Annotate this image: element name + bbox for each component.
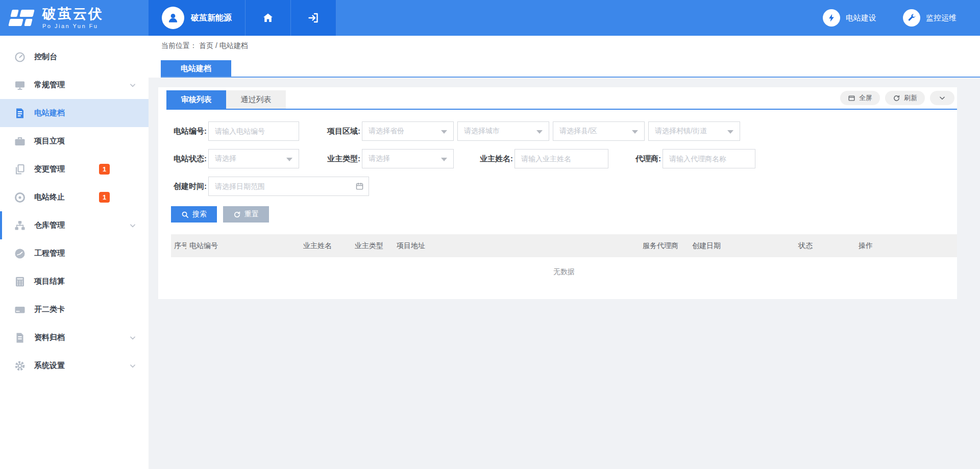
date-range-field [208,177,369,196]
sidebar-item-project-settlement[interactable]: 项目结算 [0,267,149,295]
sidebar-item-label: 电站建档 [34,108,65,118]
lightning-icon [823,9,840,27]
search-icon [181,211,189,218]
create-time-label: 创建时间: [171,182,207,191]
notification-badge: 1 [99,192,110,203]
col-service-agent: 服务代理商 [640,234,689,257]
nav-station-build-label: 电站建设 [846,13,876,23]
sidebar-item-open-type2-card[interactable]: 开二类卡 [0,295,149,324]
file-icon [14,332,26,344]
monitor-icon [14,79,26,91]
sidebar-item-change-mgmt[interactable]: 变更管理 1 [0,155,149,183]
owner-name-label: 业主姓名: [478,154,513,164]
gauge-icon [14,248,26,260]
tab-review-list[interactable]: 审核列表 [166,90,226,109]
reset-icon [233,211,241,218]
breadcrumb: 当前位置： 首页 / 电站建档 [149,36,980,56]
col-actions: 操作 [855,234,957,257]
col-owner-type: 业主类型 [352,234,394,257]
sidebar-item-data-archive[interactable]: 资料归档 [0,324,149,352]
breadcrumb-label: 当前位置： [161,41,197,51]
card-icon [14,304,26,316]
document-icon [14,107,26,119]
sidebar-item-general-mgmt[interactable]: 常规管理 [0,71,149,99]
filter-row-2: 电站状态: 请选择 业主类型: 请选择 业主姓名: 代理商: [171,149,957,168]
brand: 破茧云伏 Po Jian Yun Fu [0,0,149,36]
filter-row-1: 电站编号: 项目区域: 请选择省份 请选择城市 请选择县/区 请选择村镇/街道 [171,121,957,141]
sidebar-item-label: 控制台 [34,52,57,62]
nav-station-build[interactable]: 电站建设 [823,9,876,27]
logout-button[interactable] [291,0,336,36]
fullscreen-button[interactable]: 全屏 [840,91,880,105]
sidebar-item-label: 变更管理 [34,164,65,174]
search-button[interactable]: 搜索 [171,206,217,223]
sidebar-item-label: 系统设置 [34,361,65,371]
record-circle-icon [14,191,26,204]
sidebar-item-console[interactable]: 控制台 [0,43,149,71]
brand-logo-icon [9,8,36,28]
filter-form: 电站编号: 项目区域: 请选择省份 请选择城市 请选择县/区 请选择村镇/街道 … [166,110,957,196]
province-select[interactable]: 请选择省份 [362,121,454,141]
brand-subtitle: Po Jian Yun Fu [42,23,104,29]
avatar-icon [162,7,184,29]
sidebar-item-engineering-mgmt[interactable]: 工程管理 [0,239,149,267]
copy-files-icon [14,163,26,176]
sidebar-item-label: 项目结算 [34,277,65,286]
card-toolbar: 全屏 刷新 [840,91,957,105]
station-no-input[interactable] [208,121,299,141]
owner-name-input[interactable] [514,149,608,168]
date-range-input[interactable] [208,177,369,196]
tenant-name: 破茧新能源 [191,13,232,23]
results-table: 序号 电站编号 业主姓名 业主类型 项目地址 服务代理商 创建日期 状态 操作 [171,234,957,287]
app: 破茧云伏 Po Jian Yun Fu 破茧新能源 [0,0,980,469]
collapse-button[interactable] [930,91,954,105]
briefcase-icon [14,135,26,147]
col-station-no: 电站编号 [186,234,300,257]
brand-title: 破茧云伏 [42,7,104,21]
home-button[interactable] [246,0,291,36]
filter-actions: 搜索 重置 [171,206,957,223]
town-select[interactable]: 请选择村镇/街道 [648,121,740,141]
reset-label: 重置 [244,210,259,219]
page-tab-bar: 电站建档 [149,56,980,78]
breadcrumb-path[interactable]: 首页 / 电站建档 [199,41,248,51]
sidebar-item-station-archive[interactable]: 电站建档 [0,99,149,127]
tab-passed-list[interactable]: 通过列表 [226,90,286,109]
sign-in-icon [307,12,320,24]
empty-state: 无数据 [171,257,957,287]
nav-monitor-ops[interactable]: 监控运维 [903,9,957,27]
header-right-nav: 电站建设 监控运维 [823,0,980,36]
owner-type-label: 业主类型: [326,154,360,164]
sidebar-item-label: 工程管理 [34,249,65,258]
dashboard-icon [14,51,26,63]
sidebar-item-station-terminate[interactable]: 电站终止 1 [0,183,149,211]
list-card: 审核列表 通过列表 全屏 刷新 [158,87,957,299]
chevron-down-icon [129,334,136,341]
brand-text: 破茧云伏 Po Jian Yun Fu [42,7,104,29]
station-no-label: 电站编号: [171,127,207,136]
sidebar-item-label: 开二类卡 [34,305,65,314]
sidebar-item-system-settings[interactable]: 系统设置 [0,352,149,380]
owner-type-select[interactable]: 请选择 [362,149,454,168]
calculator-icon [14,276,26,288]
fullscreen-icon [848,94,855,102]
home-icon [262,12,274,24]
fullscreen-label: 全屏 [859,93,872,103]
sidebar-item-warehouse-mgmt[interactable]: 仓库管理 [0,211,149,239]
sidebar-item-project-initiation[interactable]: 项目立项 [0,127,149,155]
chevron-down-icon [129,362,136,369]
reset-button[interactable]: 重置 [223,206,269,223]
chevron-down-icon [129,222,136,229]
city-select[interactable]: 请选择城市 [457,121,549,141]
refresh-icon [893,94,900,102]
tenant-menu[interactable]: 破茧新能源 [149,0,246,36]
station-status-select[interactable]: 请选择 [208,149,299,168]
agent-label: 代理商: [632,154,661,164]
col-create-date: 创建日期 [689,234,795,257]
county-select[interactable]: 请选择县/区 [553,121,645,141]
refresh-button[interactable]: 刷新 [885,91,925,105]
col-owner-name: 业主姓名 [300,234,352,257]
station-status-label: 电站状态: [171,154,207,164]
agent-input[interactable] [663,149,755,168]
page-tab-station-archive[interactable]: 电站建档 [161,60,231,77]
